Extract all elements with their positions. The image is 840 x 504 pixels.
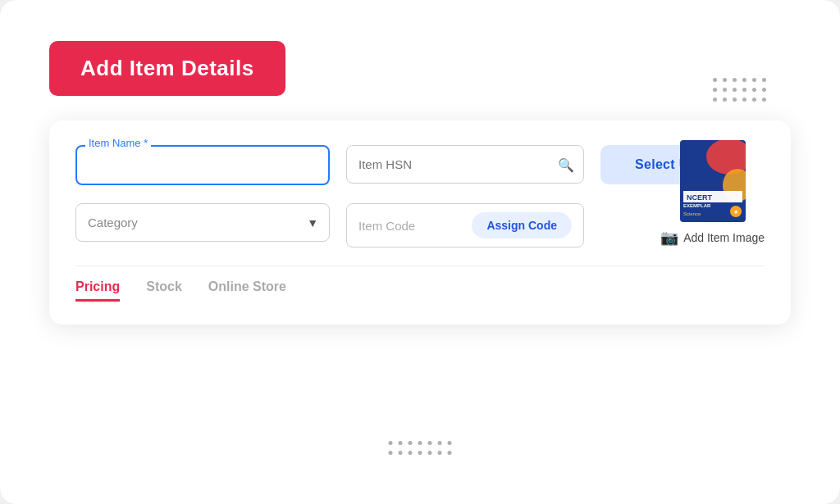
item-code-row: Item Code Assign Code <box>346 203 584 247</box>
camera-icon: 📷 <box>660 229 678 247</box>
form-card: NCERT EXEMPLAR Science ★ 📷 Add Item Imag… <box>49 120 791 325</box>
screen: Add Item Details NCERT EXEMPLAR <box>0 0 840 504</box>
item-hsn-input[interactable] <box>346 145 584 184</box>
dots-bottom-center <box>389 441 452 455</box>
tab-pricing[interactable]: Pricing <box>75 279 120 302</box>
assign-code-button[interactable]: Assign Code <box>472 212 572 238</box>
search-icon: 🔍 <box>558 157 574 172</box>
item-name-wrapper: Item Name * <box>75 145 330 185</box>
item-code-label: Item Code <box>358 219 462 233</box>
add-item-details-button[interactable]: Add Item Details <box>49 41 285 96</box>
tabs-row: Pricing Stock Online Store <box>75 266 765 302</box>
item-name-col: Item Name * <box>75 145 330 185</box>
svg-text:EXEMPLAR: EXEMPLAR <box>683 203 711 208</box>
tab-stock[interactable]: Stock <box>146 279 182 302</box>
add-image-label: Add Item Image <box>683 231 765 244</box>
category-select-wrapper: Category ▼ <box>75 203 330 242</box>
book-image: NCERT EXEMPLAR Science ★ <box>680 140 746 222</box>
category-col: Category ▼ <box>75 203 330 242</box>
item-hsn-col: 🔍 <box>346 145 584 184</box>
svg-text:★: ★ <box>733 209 738 215</box>
item-code-col: Item Code Assign Code <box>346 203 584 247</box>
item-hsn-wrapper: 🔍 <box>346 145 584 184</box>
item-name-input[interactable] <box>75 145 330 185</box>
tab-online-store[interactable]: Online Store <box>208 279 286 302</box>
right-panel: NCERT EXEMPLAR Science ★ 📷 Add Item Imag… <box>660 140 765 247</box>
category-select[interactable]: Category <box>75 203 330 242</box>
add-item-image-button[interactable]: 📷 Add Item Image <box>660 229 765 247</box>
dots-top-right <box>713 78 766 102</box>
svg-text:Science: Science <box>683 211 701 216</box>
item-name-label: Item Name * <box>85 137 151 149</box>
svg-text:NCERT: NCERT <box>687 193 713 202</box>
